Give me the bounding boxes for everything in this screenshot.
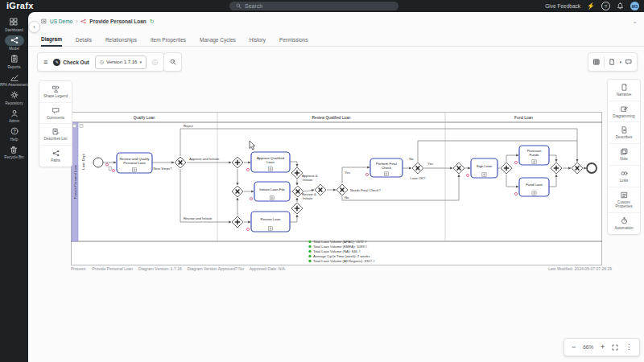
bpmn-task-t7[interactable]: ProvisionFunds xyxy=(514,146,549,165)
zoom-level[interactable]: 66% xyxy=(583,344,593,350)
svg-text:Initiate Loan File: Initiate Loan File xyxy=(259,187,285,191)
search-icon xyxy=(170,59,176,65)
chevron-down-icon[interactable]: ▾ xyxy=(619,60,621,64)
more-options-icon[interactable]: ⋮ xyxy=(625,344,632,351)
tool-describes-list[interactable]: Describes List xyxy=(39,123,72,145)
menu-icon[interactable]: ≡ xyxy=(43,59,47,66)
sidebar-item-help[interactable]: ? Help xyxy=(6,126,23,142)
tab-manage-cycles[interactable]: Manage Cycles xyxy=(200,37,236,46)
bpmn-task-t2[interactable]: Approve QualifiedLoan xyxy=(246,152,290,172)
topbar: iGrafx Search Give Feedback ⚡ ? MS xyxy=(0,0,644,12)
tool-links[interactable]: Links xyxy=(608,165,640,187)
notifications-icon[interactable] xyxy=(617,2,624,10)
version-info: Diagram Version: 1.7.16 xyxy=(138,266,182,271)
sidebar-item-label: Recycle Bin xyxy=(4,155,23,159)
bpmn-task-t1[interactable]: Review and QualifyPersonal Loan xyxy=(112,153,152,173)
kpi-label: Total Loan Volume (All Regions): 3317 # xyxy=(313,259,375,263)
shape-legend-icon xyxy=(52,85,60,93)
tab-details[interactable]: Details xyxy=(76,37,92,46)
zoom-in-button[interactable]: + xyxy=(601,343,605,351)
sidebar-item-label: Model xyxy=(9,47,19,51)
tab-permissions[interactable]: Permissions xyxy=(279,37,308,46)
tool-label: Links xyxy=(620,179,629,183)
sidebar-item-admin[interactable]: Admin xyxy=(6,109,23,124)
kpi-dot xyxy=(308,241,311,243)
tool-label: Note xyxy=(620,157,628,162)
fullscreen-icon[interactable] xyxy=(612,344,618,351)
zoom-controls: − 66% + ⋮ xyxy=(564,338,640,356)
svg-text:Check: Check xyxy=(382,166,392,170)
tool-diagramming[interactable]: Diagramming xyxy=(608,101,640,122)
tool-label: Describes List xyxy=(44,137,68,142)
tab-history[interactable]: History xyxy=(250,37,266,46)
bpmn-task-t6[interactable]: Sign Loan xyxy=(466,158,497,178)
gear-icon xyxy=(10,91,19,99)
svg-text:Fund Loan: Fund Loan xyxy=(526,183,543,187)
trash-icon xyxy=(10,146,18,154)
zoom-out-button[interactable]: − xyxy=(572,343,576,351)
diagram-search-button[interactable] xyxy=(163,52,182,72)
user-avatar[interactable]: MS xyxy=(630,2,639,10)
tab-diagram[interactable]: Diagram xyxy=(41,36,62,47)
breadcrumb-current-item: Provide Personal Loan xyxy=(89,19,146,24)
tool-shape-legend[interactable]: Shape Legend xyxy=(39,81,72,102)
chevron-down-icon: ▾ xyxy=(139,60,142,64)
tool-comments[interactable]: Comments xyxy=(39,102,72,124)
rpa-chart-icon xyxy=(10,73,19,81)
diagram-canvas[interactable]: Qualify LoanReview Qualified LoanFund Lo… xyxy=(71,112,602,265)
sidebar-item-label: RPA Assessment xyxy=(0,83,28,87)
tool-label: Shape Legend xyxy=(43,94,68,99)
process-status-line: Process:Provide Personal LoanDiagram Ver… xyxy=(71,266,291,271)
sidebar-item-rpa-assessment[interactable]: RPA Assessment xyxy=(0,72,28,88)
process-name: Provide Personal Loan xyxy=(92,266,133,271)
tool-note[interactable]: Note xyxy=(608,143,640,165)
note-icon xyxy=(621,148,628,155)
collapse-header-icon[interactable]: ⌄ xyxy=(632,19,638,25)
tool-automation[interactable]: Automation xyxy=(608,212,640,234)
bpmn-task-t4[interactable]: Review Loan xyxy=(246,212,290,232)
tool-narrative[interactable]: Narrative xyxy=(608,80,640,101)
last-modified-label: Last Modified: 2024-05-07 07:26:29 xyxy=(548,266,612,271)
attachment-icon xyxy=(109,167,111,171)
bpmn-task-t3[interactable]: Initiate Loan File xyxy=(250,182,290,201)
tool-custom-properties[interactable]: Custom Properties xyxy=(608,187,640,212)
tool-label: Comments xyxy=(47,116,64,121)
sidebar-item-repository[interactable]: Repository xyxy=(6,90,23,105)
breadcrumb-repository-link[interactable]: US Demo xyxy=(50,19,72,24)
bpmn-task-t8[interactable]: Fund Loan xyxy=(514,178,549,196)
links-icon xyxy=(621,170,628,177)
phase-label: Qualify Loan xyxy=(134,116,155,120)
export-document-icon[interactable] xyxy=(609,59,615,65)
grid-view-icon[interactable] xyxy=(593,59,600,65)
sidebar-item-recycle-bin[interactable]: Recycle Bin xyxy=(4,145,23,160)
app-logo[interactable]: iGrafx xyxy=(6,1,34,10)
check-out-button[interactable]: ✎ Check Out xyxy=(53,59,89,66)
tool-label: Diagramming xyxy=(613,114,634,119)
bpmn-task-t5[interactable]: Perform FinalCheck xyxy=(365,158,402,177)
bpmn-start-start[interactable] xyxy=(93,158,103,167)
tool-paths[interactable]: Paths xyxy=(39,145,72,167)
tool-describes[interactable]: Describes xyxy=(608,121,640,143)
help-icon[interactable]: ? xyxy=(601,2,610,10)
repository-icon xyxy=(41,19,47,24)
bpmn-end-end[interactable] xyxy=(587,163,597,173)
whats-new-icon[interactable]: ⚡ xyxy=(587,3,595,10)
sidebar-item-model[interactable]: Model xyxy=(5,35,24,51)
sidebar-item-reports[interactable]: Reports xyxy=(6,54,23,69)
tab-relationships[interactable]: Relationships xyxy=(105,37,137,46)
info-icon[interactable]: ⓘ xyxy=(152,60,158,65)
comment-icon[interactable] xyxy=(625,59,632,65)
diagram-right-tools: Narrative Diagramming Describes Note Lin… xyxy=(607,79,641,235)
sidebar-item-label: Help xyxy=(10,138,18,142)
tool-label: Automation xyxy=(614,226,633,231)
tab-item-properties[interactable]: Item Properties xyxy=(151,37,186,46)
global-search-input[interactable]: Search xyxy=(229,2,398,10)
version-selector[interactable]: ◷ Version 1.7.16 ▾ xyxy=(95,56,147,69)
lane-label: Loan Dept xyxy=(81,154,85,170)
sidebar-item-dashboard[interactable]: Dashboard xyxy=(5,17,23,32)
edge-label: Reject xyxy=(184,124,194,128)
give-feedback-link[interactable]: Give Feedback xyxy=(545,3,580,9)
edge-label: No xyxy=(345,195,349,200)
phase-label: Review Qualified Loan xyxy=(312,116,351,120)
collapse-sidebar-button[interactable]: › xyxy=(28,21,40,33)
